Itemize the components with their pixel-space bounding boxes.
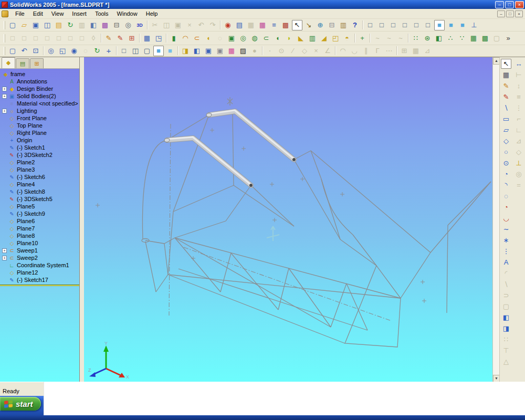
previous-view-button[interactable]: ↶ (19, 46, 29, 56)
back-view-button[interactable]: □ (376, 20, 387, 30)
tree-item-sketch6[interactable]: ✎(-) Sketch6 (0, 173, 79, 181)
dimetric-view-button[interactable]: ■ (457, 20, 468, 30)
rectangle-button[interactable]: ▭ (501, 114, 511, 124)
menu-edit[interactable]: Edit (29, 9, 47, 18)
spline-button[interactable]: ∼ (501, 224, 511, 234)
tangent-arc-button[interactable]: ◝ (501, 180, 511, 190)
curvature-button[interactable]: ▣ (203, 46, 214, 56)
menu-tools[interactable]: Tools (91, 9, 113, 18)
open-document-button[interactable]: ▱ (19, 20, 29, 30)
tree-item-material-not-specified[interactable]: ≡Material <not specified> (0, 100, 79, 107)
expand-icon[interactable]: + (2, 248, 7, 253)
tree-item-plane4[interactable]: ◇Plane4 (0, 181, 79, 188)
sketch-button[interactable]: ✎ (103, 33, 114, 44)
curve-driven-pattern-button[interactable]: ∴ (445, 33, 456, 44)
chamfer-button[interactable]: ◣ (296, 33, 306, 44)
shell-button[interactable]: ◰ (330, 33, 341, 44)
section-view-button[interactable]: ◨ (180, 46, 191, 56)
zoom-in-out-button[interactable]: ◉ (69, 46, 79, 56)
tree-item-plane6[interactable]: ◇Plane6 (0, 217, 79, 225)
normal-to-button[interactable]: ⊥ (469, 20, 479, 30)
restore-button[interactable]: □ (505, 1, 514, 8)
mirror-feature-button[interactable]: ◧ (434, 33, 444, 44)
child-restore-button[interactable]: □ (506, 10, 514, 17)
tree-item-sketch17[interactable]: ✎(-) Sketch17 (0, 276, 79, 284)
wireframe-button[interactable]: □ (119, 46, 129, 56)
view-orientation-button[interactable]: ▢ (7, 46, 18, 56)
full-screen-button[interactable]: ⊡ (30, 46, 41, 56)
trimetric-view-button[interactable]: ■ (446, 20, 456, 30)
bottom-view-button[interactable]: □ (423, 20, 433, 30)
panel-splitter[interactable] (80, 57, 84, 382)
tree-item-origin[interactable]: +Origin (0, 136, 79, 144)
select-button[interactable]: ↖ (501, 59, 511, 69)
realview-graphics-button[interactable]: ▣ (215, 46, 225, 56)
feature-statistics-button[interactable]: ⊟ (327, 20, 337, 30)
rollback-bar[interactable] (0, 285, 79, 286)
point-button[interactable]: ∗ (501, 235, 511, 245)
revolved-boss-button[interactable]: ◠ (180, 33, 191, 44)
line-format-button[interactable]: ≡ (269, 20, 279, 30)
dome-button[interactable]: ◓ (342, 33, 352, 44)
grid-settings-button[interactable]: ▦ (142, 33, 152, 44)
tree-item-sketch9[interactable]: ✎(-) Sketch9 (0, 210, 79, 217)
add-relation-button[interactable]: ⊥ (513, 158, 524, 168)
tree-item-plane8[interactable]: ◇Plane8 (0, 232, 79, 239)
perimeter-circle-button[interactable]: ⊙ (501, 158, 511, 168)
child-close-button[interactable]: × (515, 10, 523, 17)
featuremanager-tab[interactable]: ◆ (2, 57, 15, 68)
parabola-button[interactable]: ◡ (501, 213, 511, 223)
print-button[interactable]: ⊟ (111, 20, 122, 30)
3d-sketch-button[interactable]: ✎ (115, 33, 125, 44)
mirror-entities-button[interactable]: ◧ (501, 312, 511, 322)
circle-button[interactable]: ○ (501, 147, 511, 157)
save-button[interactable]: ▣ (30, 20, 41, 30)
expand-icon[interactable]: + (2, 94, 7, 99)
tree-item-coordinate-system1[interactable]: ∟Coordinate System1 (0, 261, 79, 269)
snap-settings-button[interactable]: ◳ (153, 33, 164, 44)
make-assembly-button[interactable]: ◧ (88, 20, 99, 30)
front-view-button[interactable]: □ (365, 20, 375, 30)
propertymanager-tab[interactable]: ▤ (16, 58, 29, 68)
configurationmanager-tab[interactable]: ⊞ (30, 58, 44, 68)
apply-color-button[interactable]: ▦ (226, 46, 237, 56)
shaded-button[interactable]: ■ (165, 46, 175, 56)
selection-filter-button[interactable]: ↘ (303, 20, 314, 30)
extruded-boss-button[interactable]: ▮ (169, 33, 179, 44)
rotate-view-button[interactable]: ↻ (92, 46, 102, 56)
zebra-stripes-button[interactable]: ▨ (238, 46, 248, 56)
expand-icon[interactable]: + (2, 109, 7, 113)
3d-instant-website-button[interactable]: 3D (134, 20, 145, 30)
tree-item-3dsketch2[interactable]: ✎(-) 3DSketch2 (0, 151, 79, 159)
line-button[interactable]: ∖ (501, 103, 511, 113)
isometric-view-button[interactable]: ■ (434, 20, 445, 30)
minimize-button[interactable]: – (495, 1, 504, 8)
edit-texture-button[interactable]: ▩ (280, 20, 291, 30)
sketch-button[interactable]: ✎ (501, 81, 511, 91)
left-view-button[interactable]: □ (388, 20, 398, 30)
extruded-cut-button[interactable]: ▣ (226, 33, 237, 44)
toolbar-overflow-button[interactable]: » (503, 33, 513, 44)
polygon-button[interactable]: ◇ (501, 136, 511, 146)
ellipse-button[interactable]: ◌ (501, 191, 511, 201)
tree-item-plane10[interactable]: ◇Plane10 (0, 239, 79, 247)
reference-geometry-button[interactable]: + (357, 33, 368, 44)
text-button[interactable]: A (501, 257, 511, 267)
child-minimize-button[interactable]: – (497, 10, 505, 17)
lofted-cut-button[interactable]: ◖ (272, 33, 283, 44)
viewport-canvas[interactable]: Y X Z (84, 57, 492, 382)
grid-button[interactable]: ▦ (501, 70, 511, 80)
3d-sketch-button[interactable]: ✎ (501, 92, 511, 102)
hidden-lines-visible-button[interactable]: ◫ (130, 46, 141, 56)
centerline-button[interactable]: ⋮ (501, 246, 511, 256)
tree-item-lighting[interactable]: +☼Lighting (0, 107, 79, 114)
menu-window[interactable]: Window (113, 9, 142, 18)
start-button[interactable]: start (0, 397, 41, 411)
draft-button[interactable]: ◢ (319, 33, 329, 44)
file-properties-button[interactable]: ▤ (234, 20, 245, 30)
edit-color-button[interactable]: ▦ (257, 20, 268, 30)
close-button[interactable]: × (515, 1, 524, 8)
right-view-button[interactable]: □ (400, 20, 410, 30)
fill-pattern-button[interactable]: ▩ (480, 33, 490, 44)
menu-help[interactable]: Help (142, 9, 162, 18)
